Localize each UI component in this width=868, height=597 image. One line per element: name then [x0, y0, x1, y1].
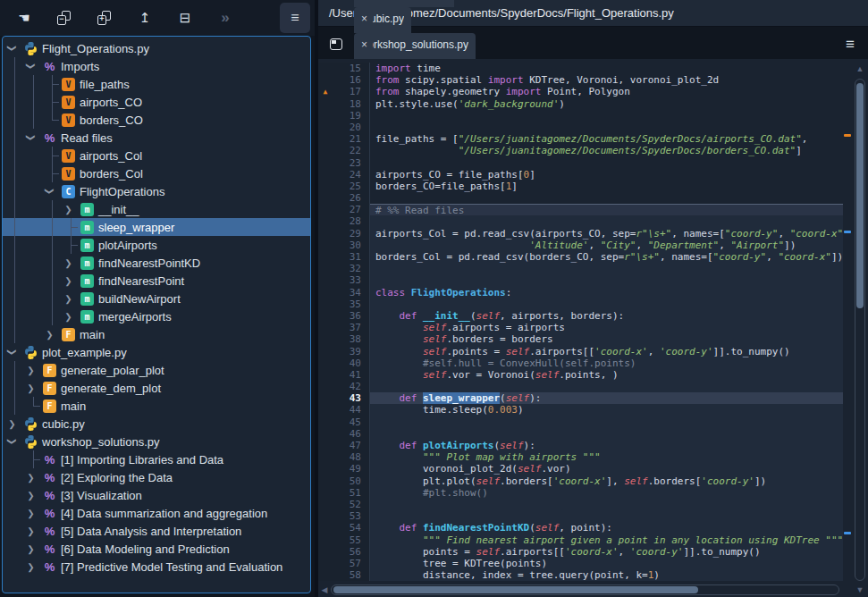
code-line[interactable]: 27# %% Read files: [318, 204, 843, 215]
outline-item-airports-co[interactable]: Vairports_CO: [3, 93, 310, 111]
scroll-down-icon[interactable]: ▼: [855, 585, 865, 594]
more-actions-icon-button[interactable]: »: [210, 3, 240, 33]
chevron-right-icon[interactable]: ❯: [59, 254, 78, 272]
code-line[interactable]: 30 'Altitude', "City", "Department", "Ai…: [318, 240, 843, 251]
code-line[interactable]: 54 def findNearestPointKD(self, point):: [318, 522, 843, 534]
code-line[interactable]: 33: [318, 274, 843, 286]
chevron-right-icon[interactable]: ❯: [21, 379, 40, 397]
outline-options-button[interactable]: ≡: [280, 3, 310, 33]
go-to-parent-icon-button[interactable]: ↥: [130, 3, 160, 33]
code-line[interactable]: 43 def sleep_wrapper(self):: [318, 392, 843, 404]
outline-item-buildnewairport[interactable]: ❯mbuildNewAirport: [3, 290, 310, 307]
code-line[interactable]: 38 self.borders = borders: [318, 333, 843, 345]
outline-item-read-files[interactable]: ❯%Read files: [3, 129, 310, 147]
outline-item-file-paths[interactable]: Vfile_paths: [3, 75, 310, 93]
chevron-down-icon[interactable]: ❯: [4, 433, 21, 451]
outline-item-findnearestpointkd[interactable]: ❯mfindNearestPointKD: [3, 254, 310, 272]
code-line[interactable]: 50 plt.plot(self.borders['coord-x'], sel…: [318, 475, 843, 487]
chevron-down-icon[interactable]: ❯: [41, 182, 59, 201]
outline-item-plot-example-py[interactable]: ❯plot_example.py: [3, 343, 310, 361]
chevron-right-icon[interactable]: ❯: [21, 504, 40, 522]
outline-item-flightoperations[interactable]: ❯CFlightOperations: [3, 182, 310, 200]
outline-item-1-importing-libraries-and-data[interactable]: %[1] Importing Libraries and Data: [3, 450, 310, 468]
code-line[interactable]: 34class FlightOperations:: [318, 287, 843, 298]
code-line[interactable]: 18plt.style.use('dark_background'): [318, 98, 843, 110]
code-line[interactable]: 22 "/Users/juanitagomez/Documents/Spyder…: [318, 145, 843, 156]
code-line[interactable]: 37 self.airports = airports: [318, 322, 843, 333]
code-line[interactable]: 48 """ Plot map with airports """: [318, 451, 843, 463]
editor-options-button[interactable]: ≡: [832, 29, 868, 59]
horizontal-scroll-thumb[interactable]: [333, 586, 698, 593]
outline-item-sleep-wrapper[interactable]: msleep_wrapper: [3, 218, 310, 236]
code-editor[interactable]: 15import time16from scipy.spatial import…: [318, 59, 868, 597]
outline-item-main[interactable]: Fmain: [3, 397, 310, 415]
code-line[interactable]: 47 def plotAirports(self):: [318, 440, 843, 451]
outline-item-7-predictive-model-testing-and-evaluation[interactable]: ❯%[7] Predictive Model Testing and Evalu…: [3, 558, 310, 576]
chevron-right-icon[interactable]: ❯: [59, 272, 78, 290]
outline-item-mergeairports[interactable]: ❯mmergeAirports: [3, 307, 310, 325]
outline-item-2-exploring-the-data[interactable]: ❯%[2] Exploring the Data: [3, 468, 310, 486]
vertical-scroll-thumb[interactable]: [856, 83, 864, 308]
collapse-section-icon-button[interactable]: ⊟: [170, 3, 200, 33]
code-line[interactable]: 41 self.vor = Voronoi(self.points, ): [318, 369, 843, 381]
chevron-down-icon[interactable]: ❯: [4, 39, 21, 58]
code-line[interactable]: 26: [318, 192, 843, 204]
outline-item-workshop-solutions-py[interactable]: ❯workshop_solutions.py: [3, 433, 310, 450]
outline-item-4-data-summarization-and-aggregation[interactable]: ❯%[4] Data summarization and aggregation: [3, 504, 310, 522]
outline-item-3-visualization[interactable]: ❯%[3] Visualization: [3, 486, 310, 504]
code-line[interactable]: 32: [318, 263, 843, 274]
chevron-down-icon[interactable]: ❯: [22, 57, 40, 76]
chevron-down-icon[interactable]: ❯: [4, 343, 21, 362]
browse-tabs-button[interactable]: [318, 29, 354, 59]
code-line[interactable]: 55 """ Find nearest airport given a poin…: [318, 534, 843, 546]
chevron-right-icon[interactable]: ❯: [21, 558, 40, 576]
code-line[interactable]: 49 voronoi_plot_2d(self.vor): [318, 463, 843, 475]
outline-item-borders-col[interactable]: Vborders_Col: [3, 164, 310, 182]
tab-cubic-py[interactable]: ×cubic.py: [354, 7, 411, 33]
code-line[interactable]: ▲17from shapely.geometry import Point, P…: [318, 86, 843, 97]
outline-item-findnearestpoint[interactable]: ❯mfindNearestPoint: [3, 272, 310, 290]
outline-item-6-data-modeling-and-prediction[interactable]: ❯%[6] Data Modeling and Prediction: [3, 540, 310, 558]
chevron-right-icon[interactable]: ❯: [40, 325, 59, 343]
code-line[interactable]: 15import time: [318, 63, 843, 74]
outline-item-generate-dem-plot[interactable]: ❯Fgenerate_dem_plot: [3, 379, 310, 397]
code-line[interactable]: 35: [318, 298, 843, 310]
vertical-scroll-track[interactable]: [855, 79, 865, 581]
outline-item-imports[interactable]: ❯%Imports: [3, 57, 310, 75]
outline-item-cubic-py[interactable]: ❯cubic.py: [3, 415, 310, 433]
chevron-right-icon[interactable]: ❯: [59, 307, 78, 325]
outline-item-airports-col[interactable]: Vairports_Col: [3, 147, 310, 164]
chevron-right-icon[interactable]: ❯: [21, 522, 40, 540]
outline-item-borders-co[interactable]: Vborders_CO: [3, 111, 310, 129]
code-line[interactable]: 36 def __init__(self, airports, borders)…: [318, 310, 843, 322]
outline-item-5-data-analysis-and-interpretation[interactable]: ❯%[5] Data Analysis and Interpretation: [3, 522, 310, 540]
tab-workshop-solutions-py[interactable]: ×workshop_solutions.py: [354, 33, 476, 59]
code-line[interactable]: 23: [318, 157, 843, 169]
outline-item-plotairports[interactable]: mplotAirports: [3, 236, 310, 254]
code-line[interactable]: 29airports_Col = pd.read_csv(airports_CO…: [318, 228, 843, 240]
code-line[interactable]: 58 distance, index = tree.query(point, k…: [318, 569, 843, 581]
scroll-left-icon[interactable]: ◀: [318, 585, 331, 594]
chevron-right-icon[interactable]: ❯: [21, 540, 40, 558]
code-line[interactable]: 40 #self.hull = ConvexHull(self.points): [318, 357, 843, 369]
outline-item-flight-operations-py[interactable]: ❯Flight_Operations.py: [3, 39, 310, 57]
code-line[interactable]: 51 #plt.show(): [318, 487, 843, 499]
code-area[interactable]: 15import time16from scipy.spatial import…: [318, 59, 843, 583]
code-line[interactable]: 25borders_CO=file_paths[1]: [318, 181, 843, 192]
code-line[interactable]: 28: [318, 215, 843, 227]
code-line[interactable]: 24airports_CO = file_paths[0]: [318, 169, 843, 181]
chevron-right-icon[interactable]: ❯: [59, 200, 78, 218]
tab-plot-example-py[interactable]: ×plot_example.py*: [354, 0, 454, 7]
chevron-right-icon[interactable]: ❯: [21, 486, 40, 504]
code-line[interactable]: 52: [318, 499, 843, 510]
outline-item-init[interactable]: ❯m__init__: [3, 200, 310, 218]
code-line[interactable]: 39 self.points = self.airports[['coord-x…: [318, 346, 843, 357]
code-line[interactable]: 45: [318, 416, 843, 428]
code-line[interactable]: 19: [318, 110, 843, 122]
code-line[interactable]: 42: [318, 381, 843, 392]
code-line[interactable]: 44 time.sleep(0.003): [318, 404, 843, 416]
chevron-right-icon[interactable]: ❯: [21, 361, 40, 379]
code-line[interactable]: 20: [318, 122, 843, 133]
horizontal-scrollbar[interactable]: ◀: [318, 583, 843, 597]
code-line[interactable]: 57 tree = KDTree(points): [318, 558, 843, 569]
